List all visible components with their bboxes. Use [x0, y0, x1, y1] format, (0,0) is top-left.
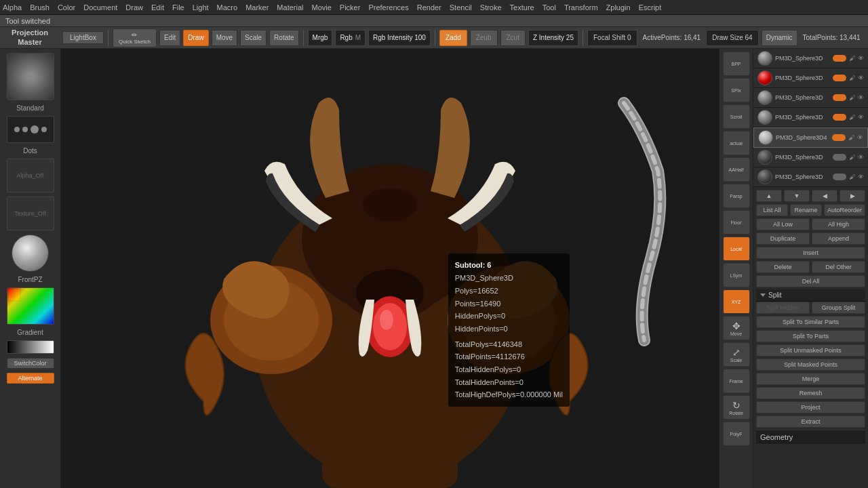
subtool-toggle-1[interactable] — [833, 55, 846, 62]
move-tool-button[interactable]: ✥Move — [723, 316, 750, 340]
draw-size-display[interactable]: Draw Size 64 — [706, 30, 758, 46]
projection-master-label[interactable]: Projection Master — [3, 28, 57, 46]
scale-button[interactable]: Scale — [240, 30, 267, 46]
local-button[interactable]: Local — [723, 237, 750, 261]
zadd-button[interactable]: Zadd — [439, 30, 467, 46]
split-masked-button[interactable]: Split Masked Points — [756, 359, 865, 371]
subtool-eye-icon-2[interactable]: 👁 — [858, 75, 864, 81]
menu-stroke[interactable]: Stroke — [480, 3, 502, 12]
nav-down-button[interactable]: ▼ — [784, 190, 810, 202]
subtool-eye-icon-7[interactable]: 👁 — [858, 174, 864, 180]
polyf-button[interactable]: PolyF — [723, 422, 750, 446]
menu-tool[interactable]: Tool — [542, 3, 556, 12]
nav-up-button[interactable]: ▲ — [756, 190, 782, 202]
lightbox-button[interactable]: LightBox — [62, 31, 104, 44]
subtool-item-7[interactable]: PM3D_Sphere3D 🖌 👁 — [753, 167, 868, 187]
menu-brush[interactable]: Brush — [30, 3, 50, 12]
menu-color[interactable]: Color — [58, 3, 75, 12]
extract-button[interactable]: Extract — [756, 415, 865, 428]
rename-button[interactable]: Rename — [790, 204, 822, 216]
lsym-button[interactable]: LSym — [723, 263, 750, 287]
move-button[interactable]: Move — [212, 30, 237, 46]
parsp-button[interactable]: Parsp — [723, 184, 750, 208]
menu-transform[interactable]: Transform — [564, 3, 598, 12]
draw-button[interactable]: Draw — [183, 30, 208, 46]
subtool-paint-icon-4[interactable]: 🖌 — [849, 114, 855, 121]
zeub-button[interactable]: Zeub — [470, 30, 498, 46]
subtool-eye-icon-5[interactable]: 👁 — [857, 134, 863, 141]
color-picker[interactable] — [7, 287, 54, 325]
subtool-toggle-7[interactable] — [833, 174, 846, 180]
canvas-area[interactable]: Subtool: 6 PM3D_Sphere3D Polys=16652 Poi… — [61, 49, 719, 488]
all-low-button[interactable]: All Low — [756, 218, 810, 230]
append-button[interactable]: Append — [812, 232, 865, 245]
subtool-paint-icon-1[interactable]: 🖌 — [849, 55, 855, 62]
split-unmasked-button[interactable]: Split Unmasked Points — [756, 344, 865, 357]
menu-edit[interactable]: Edit — [151, 3, 164, 12]
edit-button[interactable]: Edit — [159, 30, 180, 46]
subtool-item-1[interactable]: PM3D_Sphere3D 🖌 👁 — [753, 49, 868, 68]
all-high-button[interactable]: All High — [812, 218, 865, 230]
subtool-toggle-3[interactable] — [833, 94, 846, 101]
menu-stencil[interactable]: Stencil — [450, 3, 472, 12]
subtool-eye-icon-4[interactable]: 👁 — [858, 114, 864, 121]
menu-zplugin[interactable]: Zplugin — [606, 3, 631, 12]
subtool-paint-icon-2[interactable]: 🖌 — [849, 75, 855, 81]
duplicate-button[interactable]: Duplicate — [756, 232, 810, 245]
menu-alpha[interactable]: Alpha — [3, 3, 22, 12]
floor-button[interactable]: Floor — [723, 210, 750, 235]
switch-color-button[interactable]: SwitchColor — [7, 358, 54, 369]
menu-macro[interactable]: Macro — [217, 3, 238, 12]
auto-reorder-button[interactable]: AutoReorder — [824, 204, 865, 216]
brush-preview[interactable] — [7, 53, 54, 100]
menu-document[interactable]: Document — [83, 3, 117, 12]
subtool-eye-icon-6[interactable]: 👁 — [858, 154, 864, 161]
quick-sketch-button[interactable]: ✏ Quick Sketch — [113, 28, 157, 47]
menu-file[interactable]: File — [172, 3, 184, 12]
scroll-button[interactable]: Scroll — [723, 104, 750, 129]
subtool-paint-icon-6[interactable]: 🖌 — [849, 154, 855, 161]
menu-marker[interactable]: Marker — [245, 3, 269, 12]
split-similar-button[interactable]: Split To Similar Parts — [756, 316, 865, 328]
subtool-paint-icon-7[interactable]: 🖌 — [849, 174, 855, 180]
subtool-eye-icon-1[interactable]: 👁 — [858, 55, 864, 62]
spix-button[interactable]: SPix — [723, 78, 750, 102]
split-section-header[interactable]: Split — [756, 289, 865, 302]
delete-button[interactable]: Delete — [756, 261, 810, 273]
alpha-preview[interactable]: Alpha_Off — [7, 159, 54, 192]
nav-right-button[interactable]: ▶ — [840, 190, 865, 202]
menu-light[interactable]: Light — [193, 3, 209, 12]
material-preview[interactable] — [12, 235, 49, 272]
subtool-paint-icon-3[interactable]: 🖌 — [849, 94, 855, 101]
rgb-display[interactable]: Rgb M — [335, 30, 366, 46]
subtool-item-2[interactable]: PM3D_Sphere3D 🖌 👁 — [753, 68, 868, 88]
subtool-item-5[interactable]: PM3D_Sphere3D4 🖌 👁 — [753, 127, 868, 148]
mrgb-display[interactable]: Mrgb — [308, 30, 333, 46]
groups-split-button[interactable]: Groups Split — [812, 302, 865, 314]
scale-tool-button[interactable]: ⤢Scale — [723, 342, 750, 367]
del-other-button[interactable]: Del Other — [812, 261, 865, 273]
subtool-item-6[interactable]: PM3D_Sphere3D 🖌 👁 — [753, 148, 868, 167]
subtool-item-4[interactable]: PM3D_Sphere3D 🖌 👁 — [753, 108, 868, 127]
subtool-paint-icon-5[interactable]: 🖌 — [848, 134, 854, 141]
texture-preview[interactable]: Texture_Off — [7, 197, 54, 230]
subtool-toggle-5[interactable] — [832, 134, 846, 141]
geometry-label[interactable]: Geometry — [756, 430, 865, 444]
menu-escript[interactable]: Escript — [639, 3, 662, 12]
insert-button[interactable]: Insert — [756, 247, 865, 259]
actual-button[interactable]: actual — [723, 131, 750, 155]
menu-preferences[interactable]: Preferences — [368, 3, 408, 12]
xyz-button[interactable]: XYZ — [723, 289, 750, 314]
stroke-preview[interactable] — [7, 116, 54, 143]
remesh-button[interactable]: Remesh — [756, 387, 865, 399]
menu-material[interactable]: Material — [277, 3, 303, 12]
subtool-toggle-6[interactable] — [833, 154, 846, 161]
project-button[interactable]: Project — [756, 401, 865, 413]
subtool-item-3[interactable]: PM3D_Sphere3D 🖌 👁 — [753, 88, 868, 108]
menu-picker[interactable]: Picker — [340, 3, 361, 12]
aahalf-button[interactable]: AAHalf — [723, 157, 750, 182]
alternate-button[interactable]: Alternate — [7, 373, 54, 384]
subtool-toggle-4[interactable] — [833, 114, 846, 121]
rotate-button[interactable]: Rotate — [269, 30, 298, 46]
del-all-button[interactable]: Del All — [756, 275, 865, 287]
